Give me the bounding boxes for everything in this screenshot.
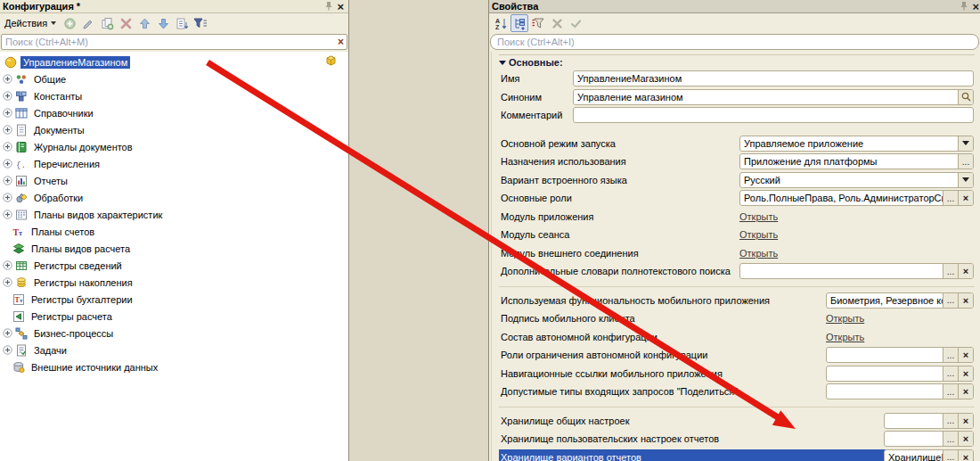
tree-item[interactable]: TтРегистры бухгалтерии [0, 291, 348, 308]
expand-plus-icon[interactable] [3, 142, 12, 152]
tree-item[interactable]: Журналы документов [0, 138, 348, 155]
filter-properties-button[interactable] [529, 14, 547, 32]
tree-item[interactable]: {..}Перечисления [0, 155, 348, 172]
property-row[interactable]: Дополнительные словари полнотекстового п… [499, 263, 980, 282]
property-row[interactable]: Навигационные ссылки мобильного приложен… [499, 366, 980, 384]
property-field[interactable]: ...× [826, 383, 974, 399]
expand-plus-icon[interactable] [3, 210, 12, 219]
property-row[interactable]: Модуль приложенияОткрыть [499, 209, 980, 227]
property-field[interactable]: Приложение для платформы... [739, 153, 974, 169]
property-row[interactable]: Состав автономной конфигурацииОткрыть [499, 329, 980, 348]
tree-item[interactable]: Регистры расчета [0, 308, 348, 325]
property-row[interactable]: Хранилище общих настроек...× [499, 413, 980, 432]
properties-search-input[interactable] [490, 34, 979, 50]
expand-plus-icon[interactable] [3, 345, 12, 355]
filter-button[interactable] [192, 14, 209, 32]
expand-plus-icon[interactable] [3, 91, 12, 101]
tree-item[interactable]: Внешние источники данных [0, 358, 348, 375]
copy-button[interactable] [98, 14, 116, 32]
tree-item[interactable]: Регистры сведений [0, 257, 348, 274]
expand-plus-icon[interactable] [3, 159, 12, 169]
tree-item[interactable]: Справочники [0, 104, 348, 121]
actions-menu-button[interactable]: Действия [3, 14, 60, 32]
property-field[interactable]: Управляемое приложение [739, 136, 974, 152]
ellipsis-button[interactable]: ... [943, 450, 958, 461]
property-field[interactable] [573, 107, 974, 123]
tree-item[interactable]: Документы [0, 121, 348, 138]
property-field[interactable]: ...× [884, 413, 974, 429]
ellipsis-button[interactable]: ... [958, 154, 973, 169]
property-row[interactable]: Основные ролиРоль.ПолныеПрава, Роль.Адми… [499, 190, 980, 209]
open-link[interactable]: Открыть [826, 313, 864, 324]
tree-item[interactable]: УправлениеМагазином [0, 54, 348, 70]
property-row[interactable]: Назначения использованияПриложение для п… [499, 153, 980, 172]
property-field[interactable]: Русский [739, 172, 974, 188]
ellipsis-button[interactable]: ... [943, 384, 958, 399]
dropdown-button[interactable] [958, 173, 973, 187]
expand-plus-icon[interactable] [3, 176, 12, 185]
property-row[interactable]: Используемая функциональность мобильного… [499, 292, 980, 311]
tree-item[interactable]: TтПланы счетов [0, 223, 348, 240]
property-field[interactable]: УправлениеМагазином [573, 70, 974, 86]
tree-item[interactable]: Константы [0, 87, 348, 104]
tree-item[interactable]: Регистры накопления [0, 274, 348, 291]
ellipsis-button[interactable]: ... [943, 414, 958, 428]
clear-button[interactable]: × [958, 293, 973, 308]
clear-button[interactable]: × [958, 366, 973, 381]
clear-button[interactable]: × [958, 348, 973, 362]
expand-plus-icon[interactable] [3, 328, 12, 338]
open-link[interactable]: Открыть [739, 229, 778, 240]
tree-item[interactable]: Планы видов характеристик [0, 206, 348, 223]
property-field[interactable]: ХранилищеВариантовОтчетов...× [884, 449, 974, 461]
property-row[interactable]: Роли ограничения автономной конфигурации… [499, 347, 980, 366]
configuration-search-input[interactable] [1, 34, 347, 50]
property-row[interactable]: Комментарий [499, 107, 980, 126]
clear-button[interactable]: × [958, 191, 973, 205]
open-link[interactable]: Открыть [739, 211, 778, 222]
property-row[interactable]: Модуль сеансаОткрыть [499, 226, 980, 245]
ellipsis-button[interactable]: ... [943, 432, 958, 446]
property-row[interactable]: СинонимУправление магазином [499, 89, 980, 108]
expand-plus-icon[interactable] [3, 277, 12, 287]
clear-search-icon[interactable]: × [338, 37, 344, 47]
expand-plus-icon[interactable] [3, 125, 12, 135]
property-row[interactable]: Хранилище вариантов отчетовХранилищеВари… [499, 449, 980, 461]
property-row[interactable]: Вариант встроенного языкаРусский [499, 172, 980, 191]
sort-alphabetical-button[interactable]: AZ [492, 14, 510, 32]
tree-item[interactable]: Бизнес-процессы [0, 325, 348, 342]
expand-plus-icon[interactable] [3, 108, 12, 118]
dropdown-button[interactable] [958, 136, 973, 151]
close-icon[interactable]: × [335, 2, 346, 12]
group-by-categories-button[interactable] [510, 14, 528, 32]
delete-button[interactable] [117, 14, 135, 32]
expand-plus-icon[interactable] [3, 193, 12, 202]
move-up-button[interactable] [135, 14, 153, 32]
property-field[interactable]: Биометрия, Резервное копирование...× [826, 292, 974, 309]
clear-button[interactable]: × [958, 450, 973, 461]
ellipsis-button[interactable]: ... [943, 348, 958, 362]
move-down-button[interactable] [154, 14, 172, 32]
ellipsis-button[interactable]: ... [943, 264, 958, 278]
clear-button[interactable]: × [958, 264, 973, 278]
tree-item[interactable]: Отчеты [0, 172, 348, 189]
property-row[interactable]: Подпись мобильного клиентаОткрыть [499, 310, 980, 329]
property-row[interactable]: Модуль внешнего соединенияОткрыть [499, 245, 980, 264]
magnifier-icon[interactable] [958, 90, 973, 104]
ellipsis-button[interactable]: ... [943, 366, 958, 381]
open-link[interactable]: Открыть [739, 248, 778, 259]
add-button[interactable] [61, 14, 78, 32]
edit-button[interactable] [79, 14, 97, 32]
close-icon[interactable]: × [970, 2, 980, 12]
pin-icon[interactable] [960, 1, 968, 12]
property-field[interactable]: ...× [826, 347, 974, 363]
property-row[interactable]: Основной режим запускаУправляемое прилож… [499, 136, 980, 154]
tree-item[interactable]: Планы видов расчета [0, 240, 348, 257]
sort-list-button[interactable] [173, 14, 191, 32]
property-row[interactable]: Допустимые типы входящих запросов "Подел… [499, 383, 980, 402]
property-field[interactable]: ...× [884, 431, 974, 447]
property-field[interactable]: Управление магазином [573, 89, 974, 105]
property-field[interactable]: ...× [739, 263, 974, 279]
expand-plus-icon[interactable] [3, 74, 12, 84]
pin-icon[interactable] [325, 1, 332, 12]
ellipsis-button[interactable]: ... [943, 191, 958, 205]
